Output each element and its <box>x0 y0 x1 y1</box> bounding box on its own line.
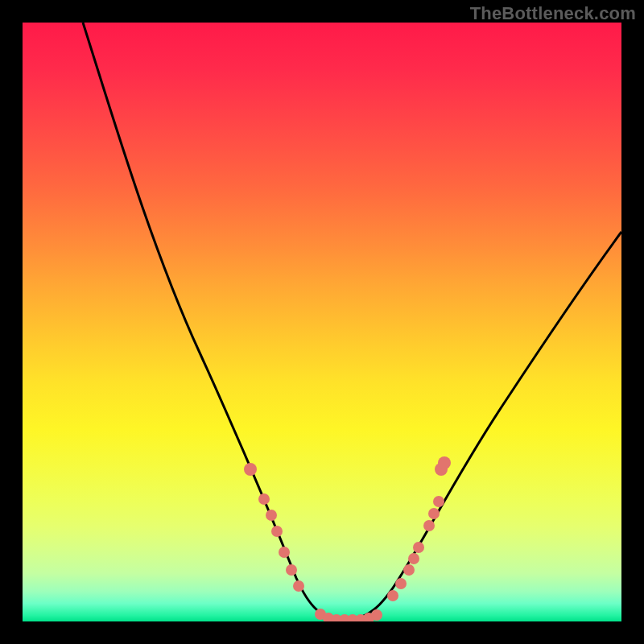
data-point <box>258 493 270 505</box>
curve-path <box>83 23 621 620</box>
data-point <box>423 520 435 531</box>
data-point <box>266 510 277 521</box>
bottleneck-curve <box>23 23 621 621</box>
data-point <box>403 564 415 576</box>
data-point <box>413 542 424 553</box>
data-point <box>387 590 398 601</box>
chart-plot-area <box>23 23 621 621</box>
data-point <box>371 609 382 621</box>
data-point <box>408 553 419 564</box>
data-point <box>438 456 451 469</box>
data-point <box>271 526 283 537</box>
data-point <box>279 547 290 558</box>
data-point <box>244 463 257 476</box>
data-point <box>395 578 407 589</box>
data-point <box>293 580 304 592</box>
data-point <box>286 564 297 576</box>
data-point <box>428 508 440 519</box>
watermark-text: TheBottleneck.com <box>470 3 636 24</box>
data-point <box>433 496 444 507</box>
